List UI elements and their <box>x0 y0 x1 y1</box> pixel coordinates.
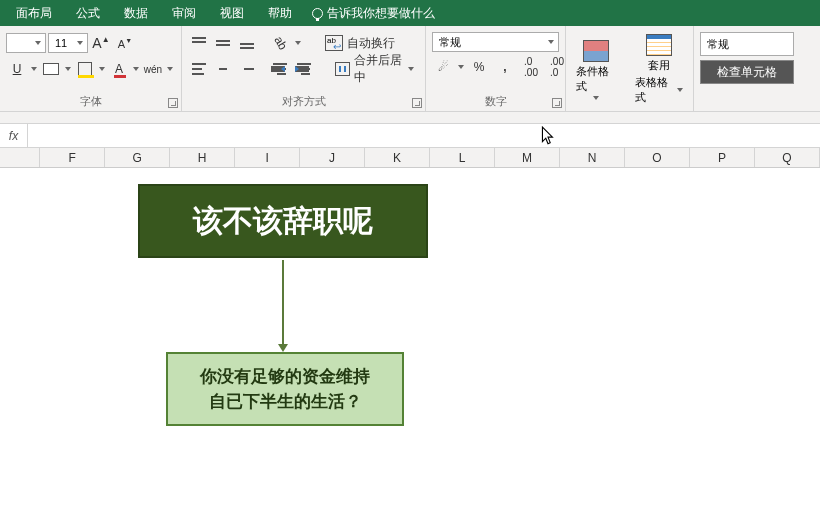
menu-help[interactable]: 帮助 <box>256 5 304 22</box>
flowchart-connector[interactable] <box>282 260 284 350</box>
col-header[interactable]: K <box>365 148 430 167</box>
chevron-down-icon <box>593 96 599 100</box>
worksheet-grid[interactable]: 该不该辞职呢 你没有足够的资金维持 自已下半生的生活？ <box>0 168 820 528</box>
font-size-select[interactable]: 11 <box>48 33 88 53</box>
formula-bar: fx <box>0 124 820 148</box>
fx-icon[interactable]: fx <box>0 124 28 147</box>
align-center-button[interactable] <box>212 58 234 80</box>
menu-page-layout[interactable]: 面布局 <box>4 5 64 22</box>
menu-view[interactable]: 视图 <box>208 5 256 22</box>
align-left-button[interactable] <box>188 58 210 80</box>
merge-dropdown[interactable] <box>407 67 414 71</box>
font-color-button[interactable]: A <box>108 58 130 80</box>
fill-color-button[interactable] <box>74 58 96 80</box>
lightbulb-icon <box>312 8 323 19</box>
ribbon: 11 A▲ A▼ U A wén 字体 ab <box>0 26 820 112</box>
orientation-button[interactable]: ab <box>270 32 292 54</box>
font-color-dropdown[interactable] <box>132 67 140 71</box>
accounting-format-button[interactable]: ☄ <box>432 56 454 78</box>
menu-bar: 面布局 公式 数据 审阅 视图 帮助 告诉我你想要做什么 <box>0 0 820 26</box>
col-header[interactable]: M <box>495 148 560 167</box>
group-alignment-label: 对齐方式 <box>182 94 425 109</box>
flowchart-title-text: 该不该辞职呢 <box>193 201 373 242</box>
chevron-down-icon <box>677 88 683 92</box>
group-number-label: 数字 <box>426 94 565 109</box>
group-font: 11 A▲ A▼ U A wén 字体 <box>0 26 182 111</box>
group-number: 常规 ☄ % , .0.00 .00.0 数字 <box>426 26 566 111</box>
group-alignment: ab 自动换行 合并后居中 对齐方式 <box>182 26 426 111</box>
cell-style-normal[interactable]: 常规 <box>700 32 794 56</box>
accounting-dropdown[interactable] <box>458 65 464 69</box>
underline-button[interactable]: U <box>6 58 28 80</box>
group-styles-buttons: 条件格式 套用 表格格式 <box>566 26 694 111</box>
menu-data[interactable]: 数据 <box>112 5 160 22</box>
align-top-button[interactable] <box>188 32 210 54</box>
align-right-button[interactable] <box>236 58 258 80</box>
col-header[interactable]: L <box>430 148 495 167</box>
col-header[interactable]: O <box>625 148 690 167</box>
conditional-format-button[interactable]: 条件格式 <box>572 38 621 102</box>
col-header[interactable]: Q <box>755 148 820 167</box>
menu-formulas[interactable]: 公式 <box>64 5 112 22</box>
col-header[interactable]: H <box>170 148 235 167</box>
select-all-corner[interactable] <box>0 148 40 167</box>
border-dropdown[interactable] <box>64 67 72 71</box>
decrease-indent-button[interactable] <box>269 58 291 80</box>
col-header[interactable]: G <box>105 148 170 167</box>
column-headers: F G H I J K L M N O P Q <box>0 148 820 168</box>
conditional-format-icon <box>583 40 609 62</box>
increase-indent-button[interactable] <box>293 58 315 80</box>
flowchart-question-text: 你没有足够的资金维持 自已下半生的生活？ <box>200 364 370 415</box>
comma-button[interactable]: , <box>494 56 516 78</box>
col-header[interactable]: J <box>300 148 365 167</box>
percent-button[interactable]: % <box>468 56 490 78</box>
font-dialog-launcher[interactable] <box>168 98 178 108</box>
ribbon-spacer <box>0 112 820 124</box>
fill-color-dropdown[interactable] <box>98 67 106 71</box>
cell-style-check[interactable]: 检查单元格 <box>700 60 794 84</box>
number-format-select[interactable]: 常规 <box>432 32 559 52</box>
number-dialog-launcher[interactable] <box>552 98 562 108</box>
col-header[interactable]: N <box>560 148 625 167</box>
merge-icon <box>335 62 350 76</box>
align-bottom-button[interactable] <box>236 32 258 54</box>
font-family-select[interactable] <box>6 33 46 53</box>
increase-font-button[interactable]: A▲ <box>90 32 112 54</box>
flowchart-question-box[interactable]: 你没有足够的资金维持 自已下半生的生活？ <box>166 352 404 426</box>
flowchart-title-box[interactable]: 该不该辞职呢 <box>138 184 428 258</box>
increase-decimal-button[interactable]: .0.00 <box>520 56 542 78</box>
menu-review[interactable]: 审阅 <box>160 5 208 22</box>
col-header[interactable]: F <box>40 148 105 167</box>
decrease-decimal-button[interactable]: .00.0 <box>546 56 568 78</box>
underline-dropdown[interactable] <box>30 67 38 71</box>
tell-me[interactable]: 告诉我你想要做什么 <box>304 5 443 22</box>
tell-me-label: 告诉我你想要做什么 <box>327 5 435 22</box>
group-cell-styles: 常规 检查单元格 <box>694 26 814 111</box>
orientation-dropdown[interactable] <box>294 41 302 45</box>
decrease-font-button[interactable]: A▼ <box>114 32 136 54</box>
merge-center-button[interactable]: 合并后居中 <box>330 58 419 80</box>
table-icon <box>646 34 672 56</box>
wrap-text-icon <box>325 35 343 51</box>
col-header[interactable]: P <box>690 148 755 167</box>
format-as-table-button[interactable]: 套用 表格格式 <box>631 32 687 107</box>
phonetic-dropdown[interactable] <box>166 67 174 71</box>
formula-input[interactable] <box>28 124 820 147</box>
wrap-text-button[interactable]: 自动换行 <box>320 32 400 54</box>
group-font-label: 字体 <box>0 94 181 109</box>
align-middle-button[interactable] <box>212 32 234 54</box>
phonetic-button[interactable]: wén <box>142 58 164 80</box>
alignment-dialog-launcher[interactable] <box>412 98 422 108</box>
col-header[interactable]: I <box>235 148 300 167</box>
border-button[interactable] <box>40 58 62 80</box>
